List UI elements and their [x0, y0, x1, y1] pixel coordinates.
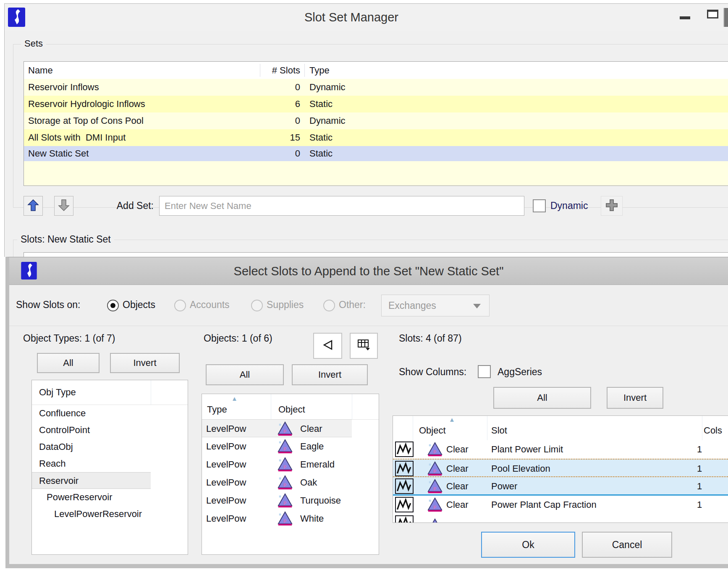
set-name: Storage at Top of Cons Pool — [28, 112, 144, 129]
column-divider — [702, 416, 702, 440]
radio-objects-label[interactable]: Objects — [123, 299, 155, 311]
slots-header-object[interactable]: Object — [419, 425, 446, 436]
object-type-row[interactable]: Confluence — [32, 405, 188, 422]
dialog-titlebar[interactable]: Select Slots to Append to the Set "New S… — [9, 257, 728, 285]
obj-type-header-label: Obj Type — [39, 380, 76, 405]
slots-all-button[interactable]: All — [493, 387, 591, 409]
object-types-invert-button[interactable]: Invert — [110, 353, 180, 373]
radio-accounts-label: Accounts — [190, 299, 230, 311]
maximize-icon[interactable] — [707, 10, 718, 18]
sets-header-slots[interactable]: # Slots — [244, 62, 300, 79]
button-label: All — [537, 392, 547, 403]
set-name: New Static Set — [28, 146, 89, 161]
cancel-button[interactable]: Cancel — [582, 532, 672, 558]
power-reservoir-icon: P — [277, 511, 293, 527]
radio-accounts[interactable] — [174, 300, 186, 311]
set-name: All Slots with DMI Input — [28, 129, 126, 146]
sets-header-type[interactable]: Type — [309, 62, 330, 79]
button-label: Invert — [623, 392, 647, 403]
other-type-dropdown[interactable]: Exchanges — [381, 295, 490, 316]
object-row-selected[interactable]: LevelPow P Clear — [202, 419, 352, 437]
column-divider — [487, 416, 487, 440]
power-reservoir-icon: P — [277, 421, 293, 437]
column-picker-button[interactable] — [350, 333, 378, 359]
object-row[interactable]: LevelPow P Oak — [202, 473, 379, 491]
dialog-title: Select Slots to Append to the Set "New S… — [9, 257, 728, 285]
svg-text:P: P — [433, 450, 436, 454]
svg-text:P: P — [433, 487, 436, 491]
radio-other[interactable] — [323, 300, 335, 311]
object-type-row[interactable]: Reach — [32, 455, 188, 472]
close-button-partial[interactable] — [723, 8, 728, 27]
slot-row-partial[interactable] — [393, 514, 728, 523]
move-set-up-button[interactable] — [24, 196, 43, 216]
object-types-header: Object Types: 1 (of 7) — [23, 333, 115, 344]
slots-table-header[interactable]: ▲ Object Slot Cols — [393, 416, 728, 440]
object-types-all-button[interactable]: All — [37, 353, 100, 373]
deselect-objects-button[interactable] — [313, 333, 342, 359]
set-row[interactable]: Storage at Top of Cons Pool 0 Dynamic — [24, 112, 728, 129]
set-slot-count: 15 — [244, 129, 300, 146]
objects-header-object[interactable]: Object — [278, 404, 305, 415]
ok-button[interactable]: Ok — [481, 532, 575, 558]
set-name: Reservoir Hydrologic Inflows — [28, 96, 145, 112]
sets-table-header[interactable]: Name # Slots Type — [24, 62, 728, 79]
set-row[interactable]: Reservoir Hydrologic Inflows 6 Static — [24, 96, 728, 112]
column-divider — [260, 64, 260, 77]
slot-row[interactable]: P Clear Power Plant Cap Fraction 1 — [393, 496, 728, 514]
objects-invert-button[interactable]: Invert — [292, 364, 368, 385]
slot-row[interactable]: P Clear Plant Power Limit 1 — [393, 440, 728, 459]
svg-text:P: P — [433, 469, 436, 474]
slot-row-selected[interactable]: P Clear Power 1 — [393, 477, 728, 496]
set-row[interactable]: All Slots with DMI Input 15 Static — [24, 129, 728, 146]
minimize-icon[interactable] — [680, 16, 690, 19]
set-type: Static — [309, 146, 333, 161]
slots-header-slot[interactable]: Slot — [491, 425, 507, 436]
power-reservoir-icon: P — [427, 461, 443, 477]
svg-text:P: P — [283, 429, 286, 434]
add-set-button[interactable] — [601, 196, 623, 216]
object-row[interactable]: LevelPow P Emerald — [202, 455, 379, 473]
add-set-input[interactable] — [159, 196, 524, 216]
button-label: All — [63, 358, 73, 368]
slot-set-manager-titlebar[interactable]: Slot Set Manager — [5, 4, 728, 31]
object-type-row[interactable]: LevelPowerReservoir — [32, 506, 188, 522]
column-divider — [271, 394, 271, 419]
radio-objects[interactable] — [107, 300, 119, 311]
slots-group-label: Slots: New Static Set — [17, 234, 114, 245]
objects-header-type[interactable]: Type — [207, 404, 227, 415]
power-reservoir-icon: P — [277, 493, 293, 509]
object-row[interactable]: LevelPow P White — [202, 509, 379, 528]
sets-header-name[interactable]: Name — [28, 62, 53, 79]
series-slot-icon — [395, 441, 414, 457]
slot-set-manager-window: Slot Set Manager Sets Name # Slots Type … — [4, 3, 728, 257]
radio-supplies[interactable] — [251, 300, 263, 311]
up-arrow-icon — [27, 199, 39, 214]
objects-all-button[interactable]: All — [206, 364, 284, 385]
object-type-row[interactable]: DataObj — [32, 439, 188, 455]
object-row[interactable]: LevelPow P Turquoise — [202, 491, 379, 509]
set-row-selected[interactable]: New Static Set 0 Static — [24, 146, 728, 161]
objects-table: ▲ Type Object LevelPow P Clear LevelPow … — [202, 394, 379, 555]
svg-text:P: P — [283, 483, 286, 488]
object-types-column-header[interactable]: Obj Type — [32, 380, 188, 405]
object-type-row[interactable]: PowerReservoir — [32, 489, 188, 506]
svg-text:P: P — [433, 505, 436, 510]
move-set-down-button[interactable] — [54, 196, 73, 216]
object-type-row[interactable]: ControlPoint — [32, 422, 188, 439]
object-row[interactable]: LevelPow P Eagle — [202, 437, 379, 455]
object-type-row-selected[interactable]: Reservoir — [32, 472, 151, 489]
objects-table-header[interactable]: ▲ Type Object — [202, 394, 379, 420]
sort-ascending-icon: ▲ — [231, 395, 238, 402]
power-reservoir-icon: P — [277, 457, 293, 473]
set-row[interactable]: Reservoir Inflows 0 Dynamic — [24, 79, 728, 96]
slots-invert-button[interactable]: Invert — [607, 387, 663, 409]
power-reservoir-icon: P — [427, 497, 443, 513]
dynamic-checkbox[interactable] — [533, 199, 546, 212]
aggseries-checkbox[interactable] — [478, 365, 491, 378]
column-divider — [151, 380, 151, 405]
plus-icon — [605, 198, 619, 214]
slots-header-cols[interactable]: Cols — [704, 425, 722, 436]
slot-row-selected[interactable]: P Clear Pool Elevation 1 — [393, 459, 728, 477]
series-slot-icon — [395, 461, 414, 476]
